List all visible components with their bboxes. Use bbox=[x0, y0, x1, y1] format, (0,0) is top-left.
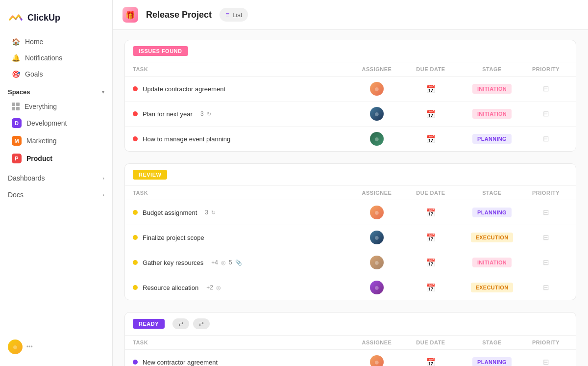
attach-count: 5 bbox=[229, 259, 232, 266]
stage-badge: EXECUTION bbox=[471, 233, 514, 242]
stage-cell: EXECUTION bbox=[460, 233, 524, 242]
chevron-right-icon: › bbox=[102, 192, 104, 198]
due-date-cell[interactable]: 📅 bbox=[401, 258, 460, 267]
group-issues-found: ISSUES FOUND TASK ASSIGNEE DUE DATE STAG… bbox=[124, 40, 576, 152]
col-task: TASK bbox=[133, 340, 352, 345]
sidebar-item-notifications[interactable]: 🔔 Notifications bbox=[4, 50, 108, 66]
calendar-icon: 📅 bbox=[426, 358, 436, 366]
sidebar-bottom: ••• bbox=[0, 334, 112, 360]
docs-section[interactable]: Docs › bbox=[0, 186, 112, 201]
task-name: Update contractor agreement bbox=[143, 85, 225, 93]
due-date-cell[interactable]: 📅 bbox=[401, 283, 460, 292]
sidebar-item-marketing[interactable]: M Marketing bbox=[4, 132, 108, 149]
table-row[interactable]: Finalize project scope 📅 EXECUTION ⊟ bbox=[125, 225, 576, 250]
dashboards-section[interactable]: Dashboards › bbox=[0, 169, 112, 184]
due-date-cell[interactable]: 📅 bbox=[401, 84, 460, 94]
col-task: TASK bbox=[133, 190, 352, 196]
avatar bbox=[370, 82, 384, 96]
calendar-icon: 📅 bbox=[426, 283, 436, 292]
spaces-header[interactable]: Spaces ▾ bbox=[0, 82, 112, 99]
user-avatar[interactable] bbox=[8, 340, 23, 354]
calendar-icon: 📅 bbox=[426, 84, 436, 94]
col-due-date: DUE DATE bbox=[401, 66, 460, 72]
product-dot: P bbox=[12, 154, 22, 163]
group-badge[interactable]: REVIEW bbox=[133, 170, 167, 180]
table-row[interactable]: How to manage event planning 📅 PLANNING … bbox=[125, 127, 576, 151]
assignee-cell bbox=[352, 206, 401, 219]
view-label: List bbox=[232, 11, 242, 19]
calendar-icon: 📅 bbox=[426, 109, 436, 119]
toolbar-btn-2[interactable]: ⇄ bbox=[193, 318, 210, 329]
chevron-right-icon: › bbox=[102, 175, 104, 181]
col-stage: STAGE bbox=[460, 66, 524, 72]
clickup-logo-icon bbox=[8, 10, 24, 26]
table-row[interactable]: Plan for next year 3↻ 📅 INITIATION ⊟ bbox=[125, 102, 576, 127]
col-priority: PRIORITY bbox=[524, 66, 568, 72]
calendar-icon: 📅 bbox=[426, 134, 436, 144]
priority-cell[interactable]: ⊟ bbox=[524, 109, 568, 118]
logo-area: ClickUp bbox=[0, 6, 112, 33]
avatar bbox=[370, 107, 384, 121]
extra-count: +2 bbox=[206, 284, 213, 291]
table-row[interactable]: Gather key resources +4◎5📎 📅 INITIATION … bbox=[125, 250, 576, 275]
task-name: Budget assignment bbox=[143, 209, 197, 216]
priority-icon: ⊟ bbox=[543, 233, 549, 242]
task-status-dot bbox=[133, 260, 138, 265]
assignee-cell bbox=[352, 256, 401, 269]
stage-cell: PLANNING bbox=[460, 208, 524, 217]
project-icon: 🎁 bbox=[122, 7, 138, 23]
task-name: Finalize project scope bbox=[143, 234, 204, 241]
priority-icon: ⊟ bbox=[543, 134, 549, 143]
priority-cell[interactable]: ⊟ bbox=[524, 283, 568, 292]
col-assignee: ASSIGNEE bbox=[352, 190, 401, 196]
due-date-cell[interactable]: 📅 bbox=[401, 109, 460, 119]
sidebar-item-development[interactable]: D Development bbox=[4, 115, 108, 131]
table-column-headers: TASK ASSIGNEE DUE DATE STAGE PRIORITY bbox=[125, 62, 576, 77]
assignee-cell bbox=[352, 107, 401, 121]
task-name-cell: Finalize project scope bbox=[133, 234, 352, 241]
priority-cell[interactable]: ⊟ bbox=[524, 358, 568, 366]
group-badge[interactable]: ISSUES FOUND bbox=[133, 46, 188, 56]
view-tab-list[interactable]: ≡ List bbox=[220, 8, 248, 22]
task-name-cell: How to manage event planning bbox=[133, 135, 352, 143]
group-header: REVIEW bbox=[125, 164, 576, 186]
priority-icon: ⊟ bbox=[543, 84, 549, 93]
priority-icon: ⊟ bbox=[543, 208, 549, 217]
due-date-cell[interactable]: 📅 bbox=[401, 233, 460, 242]
group-badge[interactable]: READY bbox=[133, 319, 165, 329]
toolbar-btn-1[interactable]: ⇄ bbox=[172, 318, 189, 329]
priority-cell[interactable]: ⊟ bbox=[524, 233, 568, 242]
avatar bbox=[370, 206, 384, 219]
table-row[interactable]: Resource allocation +2◎ 📅 EXECUTION ⊟ bbox=[125, 275, 576, 300]
task-meta: 3↻ bbox=[205, 209, 216, 216]
stage-badge: INITIATION bbox=[472, 258, 512, 267]
avatar bbox=[370, 355, 384, 366]
assignee-cell bbox=[352, 281, 401, 294]
task-name: How to manage event planning bbox=[143, 135, 230, 143]
chevron-down-icon: ▾ bbox=[102, 89, 104, 95]
priority-cell[interactable]: ⊟ bbox=[524, 208, 568, 217]
sidebar-item-goals[interactable]: 🎯 Goals bbox=[4, 66, 108, 82]
priority-cell[interactable]: ⊟ bbox=[524, 84, 568, 93]
link-icon: ◎ bbox=[221, 260, 226, 266]
avatar bbox=[370, 256, 384, 269]
table-row[interactable]: Budget assignment 3↻ 📅 PLANNING ⊟ bbox=[125, 200, 576, 225]
due-date-cell[interactable]: 📅 bbox=[401, 208, 460, 217]
due-date-cell[interactable]: 📅 bbox=[401, 358, 460, 366]
priority-cell[interactable]: ⊟ bbox=[524, 258, 568, 267]
sidebar-item-everything[interactable]: Everything bbox=[4, 99, 108, 114]
stage-cell: INITIATION bbox=[460, 258, 524, 267]
sidebar-item-product[interactable]: P Product bbox=[4, 150, 108, 167]
stage-badge: INITIATION bbox=[472, 84, 512, 94]
clip-icon: 📎 bbox=[235, 260, 242, 266]
table-row[interactable]: New contractor agreement 📅 PLANNING ⊟ bbox=[125, 350, 576, 366]
user-menu-dots[interactable]: ••• bbox=[26, 343, 33, 350]
task-count: 3 bbox=[205, 209, 208, 216]
due-date-cell[interactable]: 📅 bbox=[401, 134, 460, 144]
sidebar: ClickUp 🏠 Home 🔔 Notifications 🎯 Goals S… bbox=[0, 0, 113, 366]
table-row[interactable]: Update contractor agreement 📅 INITIATION… bbox=[125, 77, 576, 102]
avatar bbox=[370, 231, 384, 244]
sidebar-item-home[interactable]: 🏠 Home bbox=[4, 34, 108, 50]
priority-cell[interactable]: ⊟ bbox=[524, 134, 568, 143]
stage-badge: PLANNING bbox=[472, 134, 512, 144]
